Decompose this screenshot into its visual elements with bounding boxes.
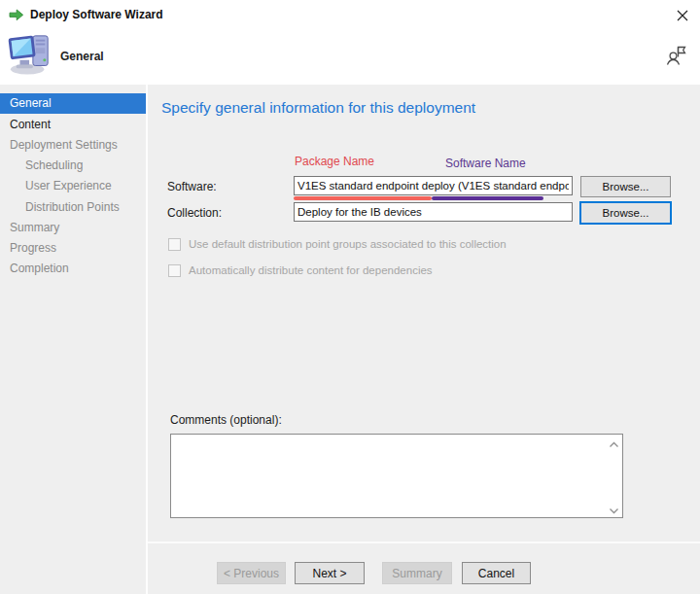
page-heading: Specify general information for this dep… [161,99,475,117]
sidebar-item-deployment-settings: Deployment Settings [0,135,146,156]
wizard-body: General Content Deployment Settings Sche… [0,85,700,594]
distribute-dependencies-checkbox [168,264,181,277]
titlebar: Deploy Software Wizard [0,0,700,29]
wizard-header: General [0,29,700,85]
software-browse-button[interactable]: Browse... [580,176,671,197]
collection-browse-button[interactable]: Browse... [579,201,672,225]
distribute-dependencies-row: Automatically distribute content for dep… [168,263,433,277]
software-label: Software: [167,180,217,193]
previous-button: < Previous [217,562,286,584]
sidebar-item-scheduling: Scheduling [0,156,146,176]
sidebar-item-content[interactable]: Content [0,115,146,135]
computer-icon [8,33,52,76]
close-icon[interactable] [673,6,692,25]
next-button[interactable]: Next > [295,562,365,584]
package-name-annotation: Package Name [295,155,374,168]
scroll-down-icon[interactable] [609,505,619,513]
deploy-software-wizard-window: Deploy Software Wizard [0,0,700,594]
software-input[interactable] [294,176,573,195]
scroll-up-icon[interactable] [609,438,619,447]
wizard-sidebar: General Content Deployment Settings Sche… [0,85,146,594]
distribution-point-groups-checkbox [168,238,181,251]
software-name-annotation: Software Name [445,157,526,170]
comments-label: Comments (optional): [170,413,282,427]
person-flag-icon[interactable] [664,43,688,67]
window-title: Deploy Software Wizard [30,8,163,21]
summary-button: Summary [382,562,452,584]
sidebar-item-summary: Summary [0,218,146,238]
cancel-button[interactable]: Cancel [462,562,531,584]
collection-input[interactable] [294,202,573,222]
software-name-underline [432,196,543,200]
wizard-content: Specify general information for this dep… [148,85,700,594]
comments-textarea[interactable] [170,434,623,518]
sidebar-item-distribution-points: Distribution Points [0,197,146,218]
green-arrow-icon [8,7,24,23]
collection-label: Collection: [167,206,222,220]
header-section-title: General [60,50,104,63]
sidebar-item-completion: Completion [0,259,146,279]
distribution-point-groups-row: Use default distribution point groups as… [168,237,507,251]
distribute-dependencies-label: Automatically distribute content for dep… [189,264,433,276]
sidebar-item-progress: Progress [0,238,146,259]
sidebar-item-user-experience: User Experience [0,176,146,196]
sidebar-item-general[interactable]: General [0,93,146,114]
footer-divider [148,542,700,543]
comments-box [170,434,623,518]
distribution-point-groups-label: Use default distribution point groups as… [189,238,507,250]
package-name-underline [294,196,432,200]
